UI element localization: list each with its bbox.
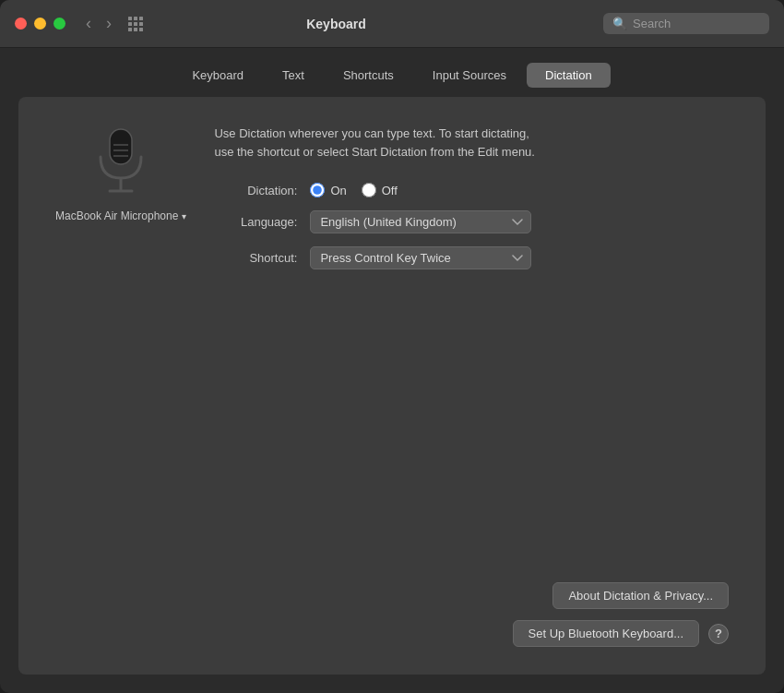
tab-keyboard[interactable]: Keyboard [173, 63, 262, 88]
shortcut-row: Shortcut: Press Control Key Twice Press … [214, 246, 729, 269]
language-select[interactable]: English (United Kingdom) English (United… [310, 210, 531, 233]
titlebar: ‹ › Keyboard 🔍 [0, 0, 784, 48]
bottom-row-1: About Dictation & Privacy... [55, 582, 729, 609]
minimize-button[interactable] [34, 18, 46, 30]
search-bar[interactable]: 🔍 [603, 13, 769, 34]
chevron-down-icon: ▾ [182, 211, 186, 221]
svg-rect-0 [110, 129, 132, 164]
maximize-button[interactable] [53, 18, 65, 30]
shortcut-select[interactable]: Press Control Key Twice Press Fn (Functi… [310, 246, 531, 269]
content-area: Keyboard Text Shortcuts Input Sources Di… [0, 48, 784, 693]
microphone-selector[interactable]: MacBook Air Microphone ▾ [55, 209, 186, 222]
language-label: Language: [214, 215, 297, 229]
dictation-on-option[interactable]: On [310, 183, 346, 197]
microphone-name: MacBook Air Microphone [55, 209, 178, 222]
close-button[interactable] [15, 18, 27, 30]
search-icon: 🔍 [612, 17, 627, 30]
search-input[interactable] [633, 17, 760, 30]
traffic-lights [15, 18, 65, 30]
help-button[interactable]: ? [708, 624, 729, 644]
panel: MacBook Air Microphone ▾ Use Dictation w… [18, 97, 766, 675]
tab-shortcuts[interactable]: Shortcuts [325, 63, 412, 88]
microphone-icon [93, 125, 148, 198]
keyboard-preferences-window: ‹ › Keyboard 🔍 Keyboard Text Shortcuts I [0, 0, 784, 693]
setup-bluetooth-button[interactable]: Set Up Bluetooth Keyboard... [513, 620, 699, 647]
dictation-off-radio[interactable] [362, 183, 376, 197]
dictation-radio-group: On Off [310, 183, 397, 197]
bottom-area: About Dictation & Privacy... Set Up Blue… [55, 282, 729, 647]
dictation-off-label: Off [382, 184, 398, 197]
language-row: Language: English (United Kingdom) Engli… [214, 210, 729, 233]
dictation-label: Dictation: [214, 184, 297, 197]
description-text: Use Dictation wherever you can type text… [214, 125, 729, 161]
tab-text[interactable]: Text [264, 63, 323, 88]
tab-dictation[interactable]: Dictation [527, 63, 611, 88]
settings-section: Use Dictation wherever you can type text… [214, 125, 729, 282]
dictation-on-radio[interactable] [310, 183, 325, 197]
tab-input-sources[interactable]: Input Sources [414, 63, 525, 88]
shortcut-label: Shortcut: [214, 251, 297, 265]
dictation-off-option[interactable]: Off [362, 183, 398, 197]
about-dictation-button[interactable]: About Dictation & Privacy... [552, 582, 729, 609]
bottom-row-2: Set Up Bluetooth Keyboard... ? [55, 620, 729, 647]
dictation-row: Dictation: On Off [214, 183, 729, 197]
tabs-container: Keyboard Text Shortcuts Input Sources Di… [18, 48, 766, 88]
dictation-on-label: On [330, 184, 346, 197]
window-title: Keyboard [69, 17, 603, 31]
microphone-section: MacBook Air Microphone ▾ [55, 125, 186, 222]
panel-inner: MacBook Air Microphone ▾ Use Dictation w… [55, 125, 729, 282]
